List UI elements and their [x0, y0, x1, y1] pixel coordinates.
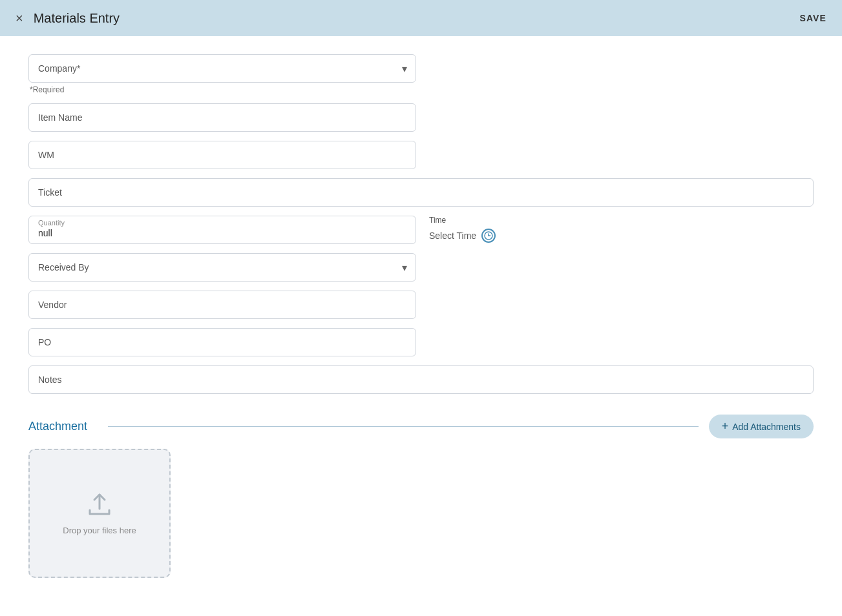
time-wrapper: Time Select Time [429, 216, 814, 243]
attachment-title: Attachment [28, 420, 98, 433]
notes-input[interactable] [28, 365, 814, 394]
add-attachments-label: Add Attachments [732, 422, 801, 432]
notes-group [28, 365, 814, 394]
po-input[interactable] [28, 328, 416, 356]
received-by-select[interactable]: Received By [28, 253, 416, 282]
wm-input[interactable] [28, 141, 416, 169]
drop-zone[interactable]: Drop your files here [28, 449, 171, 578]
attachment-section: Attachment + Add Attachments Drop your f… [28, 415, 814, 578]
item-name-input[interactable] [28, 103, 416, 132]
save-button[interactable]: SAVE [799, 13, 826, 23]
ticket-input[interactable] [28, 178, 814, 207]
required-text: *Required [30, 85, 814, 94]
quantity-time-row: Quantity null Time Select Time [28, 216, 814, 244]
page-title: Materials Entry [34, 11, 120, 26]
close-icon[interactable]: × [16, 12, 23, 25]
header-left: × Materials Entry [16, 11, 120, 26]
ticket-group [28, 178, 814, 207]
quantity-label: Quantity [38, 219, 406, 227]
quantity-value: null [38, 228, 406, 238]
vendor-group [28, 291, 814, 319]
company-select-wrapper: Company* ▾ [28, 54, 416, 83]
attachment-divider [108, 426, 699, 427]
attachment-header: Attachment + Add Attachments [28, 415, 814, 438]
company-group: Company* ▾ *Required [28, 54, 814, 94]
clock-icon[interactable] [481, 229, 496, 243]
company-select[interactable]: Company* [28, 54, 416, 83]
time-label: Time [429, 216, 814, 225]
quantity-wrapper[interactable]: Quantity null [28, 216, 416, 244]
received-by-select-wrapper: Received By ▾ [28, 253, 416, 282]
upload-icon [86, 492, 113, 517]
po-group [28, 328, 814, 356]
header: × Materials Entry SAVE [0, 0, 842, 36]
select-time-text: Select Time [429, 231, 476, 241]
select-time-row[interactable]: Select Time [429, 229, 814, 243]
main-content: Company* ▾ *Required Quantity null [0, 36, 842, 616]
add-attachments-button[interactable]: + Add Attachments [709, 415, 814, 438]
drop-text: Drop your files here [63, 526, 136, 535]
vendor-input[interactable] [28, 291, 416, 319]
app-container: × Materials Entry SAVE Company* ▾ *Requi… [0, 0, 842, 616]
plus-icon: + [722, 420, 729, 433]
received-by-group: Received By ▾ [28, 253, 416, 282]
item-name-group [28, 103, 814, 132]
wm-group [28, 141, 814, 169]
